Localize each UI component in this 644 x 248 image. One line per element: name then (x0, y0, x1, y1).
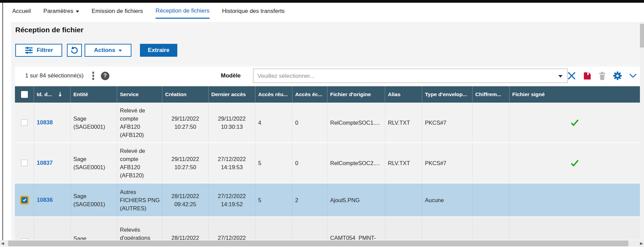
row-checkbox-cell (15, 143, 34, 183)
sort-desc-icon[interactable] (58, 92, 62, 97)
header-cell-checkbox (15, 86, 34, 103)
cell-envelope-type: PKCS#7 (422, 143, 472, 183)
nav-item-parametres[interactable]: Paramètres (43, 4, 79, 18)
table-row-selected[interactable]: 10836 Sage (SAGE0001) Autres FICHIERS PN… (15, 183, 640, 217)
file-id-link[interactable]: 10837 (37, 159, 70, 167)
cell-signed (509, 183, 640, 216)
horizontal-scrollbar-thumb[interactable] (8, 241, 628, 246)
main-content-panel: Réception de fichier Filtrer Actions Ext… (11, 22, 640, 240)
cell-envelope-type: PKCS#7 (422, 103, 472, 142)
header-cell-fichier-signe[interactable]: Fichier signé (509, 86, 640, 103)
cell-encryption (472, 217, 509, 240)
cell-last-access: 27/12/2022 14:19:53 (209, 143, 255, 183)
nav-label: Accueil (12, 4, 31, 18)
column-label: Fichier d'origine (330, 91, 371, 98)
cell-last-access: 27/12/2022 (209, 217, 255, 240)
model-select[interactable] (253, 69, 568, 83)
settings-button[interactable] (613, 71, 622, 80)
header-cell-creation[interactable]: Création (162, 86, 209, 103)
header-cell-id[interactable]: Id. d... (34, 86, 71, 103)
vertical-scrollbar[interactable] (640, 22, 644, 240)
nav-label: Emission de fichiers (92, 4, 143, 18)
model-label: Modèle (221, 67, 241, 85)
check-icon (22, 198, 26, 202)
row-checkbox[interactable] (21, 119, 28, 126)
cell-last-access: 27/12/2022 14:19:52 (209, 183, 255, 216)
collapse-toolbar-button[interactable] (628, 71, 637, 80)
column-label: Création (165, 91, 186, 98)
refresh-icon (70, 46, 79, 55)
cell-original-file: CAMT054_PMNT- (327, 217, 385, 240)
row-checkbox[interactable] (21, 160, 28, 166)
header-cell-acces-echoues[interactable]: Accès éc... (292, 86, 327, 103)
cell-last-access: 29/11/2022 10:30:13 (209, 103, 255, 142)
actions-button[interactable]: Actions (85, 44, 131, 57)
column-label: Type d'envelop... (425, 91, 467, 98)
cell-original-file: Ajout5.PNG (327, 183, 385, 216)
chevron-down-icon (76, 11, 79, 13)
filter-button[interactable]: Filtrer (15, 44, 62, 57)
cell-id: 10838 (34, 103, 71, 142)
header-cell-dernier-acces[interactable]: Dernier accès (209, 86, 255, 103)
filter-icon (24, 47, 33, 54)
file-id-link[interactable]: 10838 (37, 119, 70, 127)
scroll-right-arrow-icon[interactable]: ▶ (639, 240, 644, 247)
cell-id: 10837 (34, 143, 71, 183)
row-checkbox-checked[interactable] (21, 197, 28, 203)
cell-creation: 28/11/2022 (162, 217, 209, 240)
cell-access-failed (292, 217, 327, 240)
kebab-menu-icon[interactable] (92, 72, 94, 80)
cell-entity: Sage (SAGE0001) (71, 143, 117, 183)
cell-encryption (472, 183, 509, 216)
top-navigation: Accueil Paramètres Emission de fichiers … (3, 3, 640, 20)
header-cell-entite[interactable]: Entité (71, 86, 117, 103)
select-all-checkbox[interactable] (21, 91, 28, 98)
cell-access-success: 5 (255, 183, 292, 216)
table-row[interactable]: 10838 Sage (SAGE0001) Relevé de compte A… (15, 103, 640, 143)
cell-access-success (255, 217, 292, 240)
model-select-input[interactable] (257, 69, 554, 83)
header-cell-type-enveloppe[interactable]: Type d'envelop... (422, 86, 472, 103)
vertical-scrollbar-thumb[interactable] (640, 24, 644, 48)
cell-creation: 29/11/2022 10:27:50 (162, 143, 209, 183)
cell-original-file: RelCompteSOC1.... (327, 103, 385, 142)
cell-access-failed: 0 (292, 143, 327, 183)
nav-item-emission[interactable]: Emission de fichiers (92, 4, 143, 18)
help-icon[interactable]: ? (101, 72, 109, 80)
nav-item-accueil[interactable]: Accueil (12, 4, 31, 18)
cell-envelope-type: Aucune (422, 183, 472, 216)
check-icon (571, 160, 579, 166)
cell-creation: 28/11/2022 09:42:25 (162, 183, 209, 216)
refresh-button[interactable] (67, 44, 82, 57)
header-cell-service[interactable]: Service (117, 86, 162, 103)
selection-toolbar: 1 sur 84 sélectionné(s) ? Modèle (15, 67, 640, 85)
delete-button[interactable] (598, 71, 607, 80)
header-cell-fichier-origine[interactable]: Fichier d'origine (327, 86, 385, 103)
save-button[interactable] (583, 71, 591, 80)
cell-access-failed: 0 (292, 103, 327, 142)
actions-button-label: Actions (94, 47, 115, 54)
table-row[interactable]: 10837 Sage (SAGE0001) Relevé de compte A… (15, 143, 640, 183)
select-caret-icon[interactable] (558, 75, 562, 77)
table-header-row: Id. d... Entité Service Création Dernier… (15, 86, 640, 103)
cell-alias: RLV.TXT (385, 103, 422, 142)
table-row[interactable]: Sage Relevés d'opérations 28/11/2022 27/… (15, 217, 640, 240)
file-id-link[interactable]: 10836 (37, 196, 70, 204)
cell-entity: Sage (SAGE0001) (71, 103, 117, 142)
selection-count: 1 sur 84 sélectionné(s) (25, 72, 84, 79)
nav-item-reception[interactable]: Réception de fichiers (156, 4, 210, 19)
header-cell-acces-reussis[interactable]: Accès réu... (255, 86, 292, 103)
cell-alias: RLV.TXT (385, 143, 422, 183)
scroll-left-arrow-icon[interactable]: ◀ (0, 240, 5, 247)
column-label: Chiffrem... (475, 91, 501, 98)
header-cell-alias[interactable]: Alias (385, 86, 422, 103)
trash-icon (598, 71, 606, 80)
column-label: Entité (73, 91, 88, 98)
row-checkbox[interactable] (21, 238, 28, 240)
close-icon (567, 71, 576, 80)
files-table: Id. d... Entité Service Création Dernier… (15, 86, 640, 240)
clear-selection-button[interactable] (567, 71, 576, 80)
nav-item-historique[interactable]: Historique des transferts (222, 4, 285, 18)
header-cell-chiffrement[interactable]: Chiffrem... (472, 86, 509, 103)
extract-button[interactable]: Extraire (140, 44, 177, 57)
